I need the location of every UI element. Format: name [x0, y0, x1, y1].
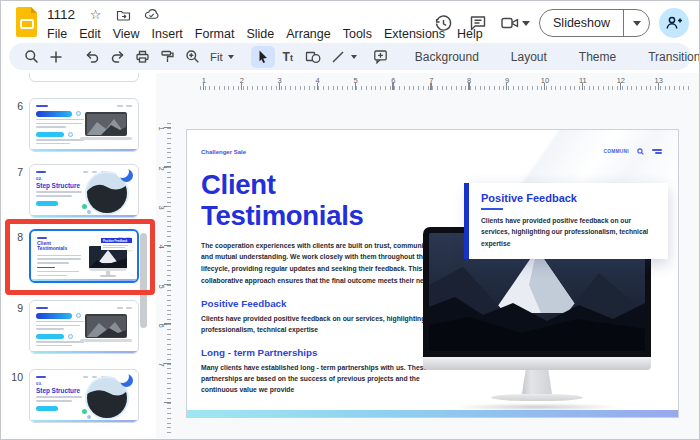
feedback-card[interactable]: Positive Feedback Clients have provided …	[464, 183, 668, 259]
redo-button[interactable]	[105, 46, 129, 68]
laptop-image-placeholder	[80, 112, 132, 140]
toolbar: Fit Tt Background Layout Theme Transitio…	[9, 43, 691, 70]
thumb-step-title: Step Structure	[36, 387, 92, 394]
thumb-header-placeholder	[36, 105, 132, 107]
h-ruler-number: 9	[505, 76, 509, 85]
v-ruler-number: 6	[157, 323, 166, 327]
slides-logo-icon[interactable]	[15, 6, 40, 38]
slide-8-thumbnail-selected[interactable]: Client Testimonials Positive Feedback	[29, 229, 139, 283]
new-slide-button[interactable]	[44, 46, 68, 68]
thumb-step-title: Step Structure	[36, 182, 92, 189]
slide-7-thumbnail[interactable]: 02. Step Structure	[29, 164, 139, 218]
transition-button[interactable]: Transition	[638, 50, 700, 64]
text-placeholder-lines	[37, 271, 79, 276]
print-button[interactable]	[130, 46, 154, 68]
paint-format-icon[interactable]	[155, 46, 179, 68]
circle-image-placeholder	[85, 374, 133, 420]
slide-nav-placeholder: COMMUNI	[603, 148, 662, 155]
menu-tools[interactable]: Tools	[337, 25, 378, 43]
vertical-ruler: 1234567	[159, 89, 171, 435]
feedback-card-underline	[481, 208, 503, 210]
laptop-image-placeholder	[80, 314, 132, 342]
slide-10-thumbnail[interactable]: 03. Step Structure	[29, 369, 139, 423]
text-placeholder-lines	[36, 191, 82, 196]
meet-camera-button[interactable]	[500, 14, 530, 32]
layout-button[interactable]: Layout	[501, 50, 557, 64]
text-placeholder-lines	[36, 341, 132, 346]
slide-5-thumbnail-partial[interactable]	[29, 73, 139, 82]
current-slide[interactable]: Challenger Sale COMMUNI Client Testimoni…	[186, 129, 679, 418]
menu-insert[interactable]: Insert	[146, 25, 189, 43]
zoom-select[interactable]: Fit	[205, 51, 239, 63]
camera-dropdown-caret[interactable]	[522, 21, 530, 26]
menu-format[interactable]: Format	[189, 25, 241, 43]
slide-footer-gradient	[187, 410, 678, 417]
v-ruler-number: 5	[157, 284, 166, 288]
h-ruler-number: 10	[541, 76, 549, 85]
slide-filmstrip: 6	[1, 73, 156, 439]
menu-arrange[interactable]: Arrange	[280, 25, 336, 43]
section-heading-partnerships[interactable]: Long - term Partnerships	[201, 347, 459, 358]
thumb-title: Client Testimonials	[37, 241, 73, 253]
text-placeholder-lines	[36, 396, 82, 401]
comments-icon[interactable]	[465, 10, 491, 36]
slide-title[interactable]: Client Testimonials	[201, 170, 391, 232]
zoom-value: Fit	[210, 51, 223, 63]
section-body-positive-feedback[interactable]: Clients have provided positive feedback …	[201, 313, 453, 335]
thumb-header-placeholder	[36, 307, 132, 309]
text-box-tool[interactable]: Tt	[276, 46, 300, 68]
text-placeholder-lines	[37, 255, 81, 264]
thumb-feedback-card: Positive Feedback	[101, 238, 132, 250]
slideshow-label[interactable]: Slideshow	[540, 16, 623, 30]
section-heading-positive-feedback[interactable]: Positive Feedback	[201, 298, 459, 309]
cloud-status-icon[interactable]	[144, 7, 159, 22]
v-ruler-number: 3	[157, 205, 166, 209]
shape-tool[interactable]	[301, 46, 325, 68]
search-menus-icon[interactable]	[19, 46, 43, 68]
h-ruler-number: 3	[278, 76, 282, 85]
menu-view[interactable]: View	[107, 25, 146, 43]
select-tool[interactable]	[251, 46, 275, 68]
google-slides-window: 1112 ☆ FileEditViewInsertFormatSlideArra…	[0, 0, 700, 440]
feedback-card-heading: Positive Feedback	[481, 192, 656, 204]
slide-brand-text: Challenger Sale	[201, 149, 246, 155]
h-ruler-number: 4	[316, 76, 320, 85]
background-button[interactable]: Background	[405, 50, 489, 64]
h-ruler-number: 8	[467, 76, 471, 85]
theme-button[interactable]: Theme	[569, 50, 626, 64]
h-ruler-number: 6	[391, 76, 395, 85]
menu-edit[interactable]: Edit	[73, 25, 107, 43]
line-tool[interactable]	[326, 46, 350, 68]
v-ruler-number: 4	[157, 245, 166, 249]
slide-menu-icon	[652, 149, 662, 153]
undo-button[interactable]	[80, 46, 104, 68]
h-ruler-number: 2	[240, 76, 244, 85]
line-tool-caret[interactable]	[351, 55, 357, 59]
section-body-partnerships[interactable]: Many clients have established long - ter…	[201, 362, 453, 395]
move-folder-icon[interactable]	[116, 7, 131, 22]
slide-9-thumbnail[interactable]	[29, 300, 139, 354]
filmstrip-scrollbar[interactable]	[140, 233, 147, 328]
top-bar: 1112 ☆ FileEditViewInsertFormatSlideArra…	[1, 1, 699, 43]
menu-slide[interactable]: Slide	[240, 25, 280, 43]
slide-search-icon	[637, 148, 644, 155]
slide-6-number: 6	[7, 100, 23, 112]
v-ruler-number: 2	[157, 166, 166, 170]
slide-intro-paragraph[interactable]: The cooperation experiences with clients…	[201, 240, 456, 287]
slide-9-number: 9	[7, 302, 23, 314]
star-icon[interactable]: ☆	[88, 7, 103, 22]
v-ruler-number: 1	[157, 127, 166, 131]
version-history-icon[interactable]	[430, 10, 456, 36]
slideshow-button[interactable]: Slideshow	[539, 9, 650, 37]
h-ruler-number: 1	[202, 76, 206, 85]
slide-6-thumbnail[interactable]	[29, 98, 139, 152]
zoom-icon[interactable]	[180, 46, 204, 68]
thumb-card-label: Positive Feedback	[101, 238, 132, 243]
insert-comment-icon[interactable]	[369, 46, 393, 68]
h-ruler-number: 13	[655, 76, 663, 85]
menu-file[interactable]: File	[41, 25, 73, 43]
document-title[interactable]: 1112	[47, 7, 75, 22]
slideshow-dropdown[interactable]	[623, 10, 649, 36]
menu-bar: FileEditViewInsertFormatSlideArrangeTool…	[41, 25, 489, 43]
share-button[interactable]	[659, 8, 689, 38]
